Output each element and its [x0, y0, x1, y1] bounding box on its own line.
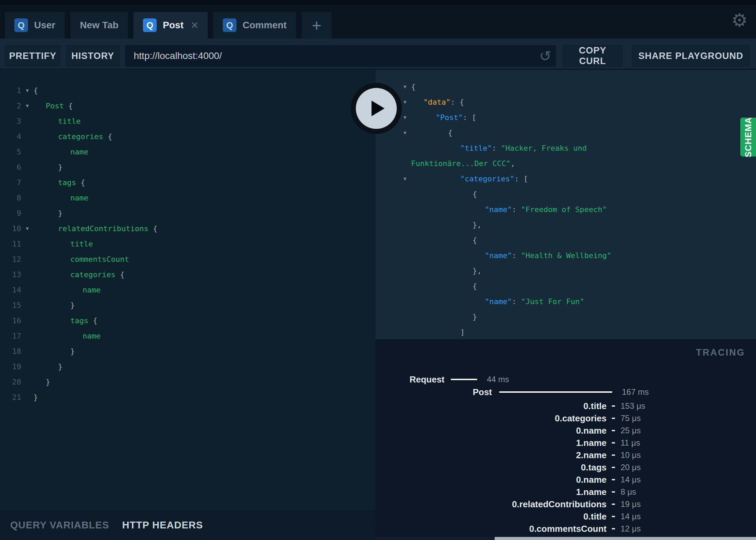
line-number: 10	[0, 221, 21, 236]
tab-comment[interactable]: QComment	[213, 12, 296, 39]
tab-new-tab[interactable]: New Tab	[70, 12, 128, 39]
token: {	[153, 224, 157, 233]
token: title	[70, 240, 93, 248]
http-headers-tab[interactable]: HTTP HEADERS	[122, 520, 203, 531]
response-line: Funktionäre...Der CCC",	[376, 156, 756, 171]
tab-post[interactable]: QPost×	[133, 12, 208, 39]
resolver-duration-value: 19 μs	[621, 499, 641, 509]
query-variables-tab[interactable]: QUERY VARIABLES	[10, 520, 109, 531]
editor-line: 9}	[0, 206, 376, 221]
line-number: 5	[0, 144, 21, 160]
resolver-duration-bar	[612, 454, 615, 456]
tracing-title: TRACING	[696, 347, 745, 358]
code-text: }	[33, 160, 62, 175]
resolver-label: 0.categories	[376, 413, 607, 423]
tracing-resolver-row: 0.title153 μs	[376, 401, 756, 411]
copy-curl-button[interactable]: COPY CURL	[562, 45, 623, 67]
code-text: name	[33, 282, 101, 298]
code-text: }	[33, 374, 50, 390]
code-text: "Post": [	[411, 110, 476, 125]
token: }	[70, 347, 75, 356]
endpoint-url-container: ↺	[125, 45, 556, 67]
line-number: 4	[0, 129, 21, 144]
execute-button-circle	[356, 88, 397, 129]
code-text: }	[33, 359, 62, 374]
tracing-scrollbar-thumb[interactable]	[495, 537, 756, 540]
token: {	[68, 102, 73, 110]
schema-side-tab[interactable]: SCHEMA	[740, 118, 756, 156]
token: }	[58, 163, 62, 171]
token: },	[472, 221, 482, 229]
reset-endpoint-icon[interactable]: ↺	[539, 48, 551, 64]
fold-arrow-icon[interactable]: ▾	[21, 221, 33, 236]
editor-line: 4categories {	[0, 129, 376, 144]
resolver-duration-value: 75 μs	[621, 413, 641, 423]
resolver-duration-bar	[612, 467, 615, 468]
code-text: "name": "Health & Wellbeing"	[411, 248, 611, 263]
resolver-duration-bar	[612, 430, 615, 431]
response-line: "name": "Just For Fun"	[376, 294, 756, 309]
resolver-duration-bar	[612, 528, 615, 529]
tracing-resolver-row: 0.relatedContributions19 μs	[376, 499, 756, 509]
fold-arrow-icon[interactable]: ▾	[21, 98, 33, 114]
token: "data"	[423, 98, 450, 106]
fold-arrow-icon[interactable]: ▾	[399, 125, 411, 140]
line-number: 7	[0, 175, 21, 190]
resolver-duration-value: 20 μs	[621, 462, 641, 472]
execute-query-button[interactable]	[351, 83, 402, 134]
editor-line: 7tags {	[0, 175, 376, 190]
code-text: {	[411, 279, 477, 294]
new-tab-button[interactable]: +	[302, 12, 332, 39]
resolver-label: 1.name	[376, 438, 607, 448]
token: {	[448, 129, 452, 137]
fold-arrow-icon[interactable]: ▾	[21, 83, 33, 98]
editor-line: 8name	[0, 190, 376, 206]
editor-line: 19}	[0, 359, 376, 374]
line-number: 13	[0, 267, 21, 282]
token: "Just For Fun"	[521, 297, 584, 306]
token: name	[83, 332, 101, 340]
code-text: categories {	[33, 129, 112, 144]
endpoint-url-input[interactable]	[125, 45, 556, 67]
close-tab-icon[interactable]: ×	[191, 19, 198, 31]
token: name	[70, 194, 88, 202]
code-text: "name": "Just For Fun"	[411, 294, 584, 309]
code-text: }	[33, 206, 62, 221]
code-text: {	[33, 83, 38, 98]
query-type-badge: Q	[143, 18, 157, 32]
fold-arrow-icon[interactable]: ▾	[399, 79, 411, 94]
tab-user[interactable]: QUser	[5, 12, 65, 39]
settings-gear-icon[interactable]: ⚙	[731, 10, 748, 31]
token: commentsCount	[70, 255, 129, 264]
token: name	[70, 148, 88, 156]
token: :	[514, 175, 524, 183]
query-editor-lines: 1▾{2▾Post {3title4categories {5name6}7ta…	[0, 83, 376, 405]
response-lines: ▾{▾"data": {▾"Post": [▾{"title": "Hacker…	[376, 79, 756, 339]
tracing-resolver-row: 2.name10 μs	[376, 450, 756, 460]
token: {	[460, 98, 464, 106]
schema-tab-label: SCHEMA	[743, 117, 754, 158]
tracing-resolver-row: 0.name25 μs	[376, 425, 756, 436]
prettify-button[interactable]: PRETTIFY	[5, 45, 61, 67]
fold-arrow-icon[interactable]: ▾	[399, 171, 411, 186]
line-number: 2	[0, 98, 21, 114]
resolver-duration-bar	[612, 442, 615, 444]
editor-line: 10▾relatedContributions {	[0, 221, 376, 236]
line-number: 1	[0, 83, 21, 98]
line-number: 6	[0, 160, 21, 175]
tab-bar: QUserNew TabQPost×QComment	[5, 12, 296, 39]
editor-line: 12commentsCount	[0, 252, 376, 267]
code-text: tags {	[33, 313, 97, 328]
history-button[interactable]: HISTORY	[66, 45, 120, 67]
code-text: }	[33, 390, 38, 405]
response-line: "name": "Freedom of Speech"	[376, 202, 756, 217]
share-playground-button[interactable]: SHARE PLAYGROUND	[632, 45, 750, 67]
line-number: 19	[0, 359, 21, 374]
resolver-duration-bar	[612, 405, 615, 407]
query-editor-pane[interactable]: 1▾{2▾Post {3title4categories {5name6}7ta…	[0, 70, 376, 510]
token: title	[58, 117, 81, 125]
token: {	[411, 82, 416, 91]
line-number: 3	[0, 114, 21, 129]
line-number: 17	[0, 328, 21, 344]
code-text: name	[33, 190, 88, 206]
